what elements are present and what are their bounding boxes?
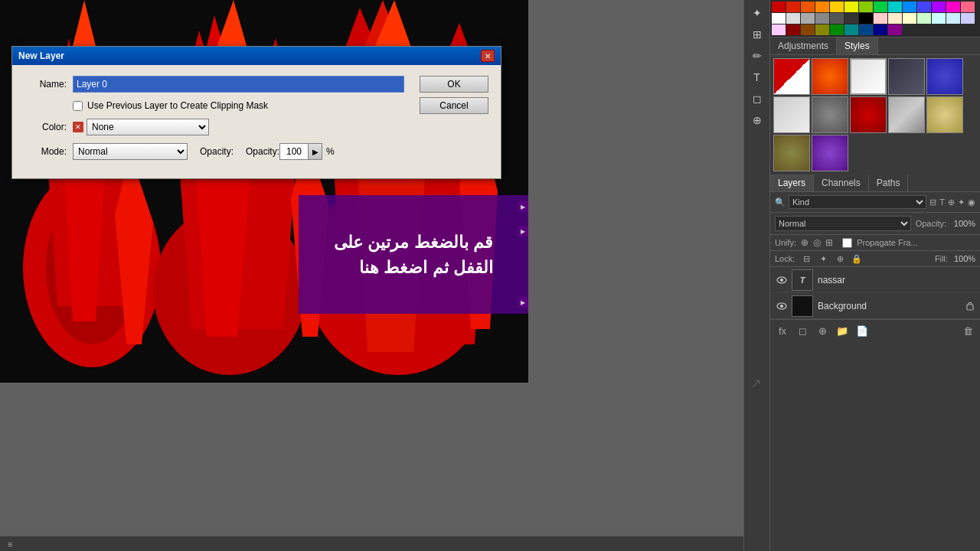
layer-adjustment-icon[interactable]: ⊕ [815, 323, 830, 338]
layer-style-icon[interactable]: fx [775, 323, 790, 338]
layer-mask-icon[interactable]: ◻ [795, 323, 810, 338]
tab-styles[interactable]: Styles [837, 37, 878, 54]
unify-icon3[interactable]: ⊞ [825, 237, 833, 248]
layer-filter-icon2[interactable]: T [939, 197, 945, 207]
swatch-item[interactable] [932, 13, 946, 24]
layer-filter-icon4[interactable]: ✦ [958, 197, 965, 207]
swatch-item[interactable] [917, 2, 931, 12]
swatch-item[interactable] [786, 24, 800, 35]
opacity-arrow-button[interactable]: ▶ [309, 143, 322, 160]
tab-adjustments[interactable]: Adjustments [770, 37, 837, 54]
tab-layers[interactable]: Layers [770, 174, 814, 191]
unify-icon2[interactable]: ◎ [813, 237, 821, 248]
swatch-item[interactable] [844, 2, 858, 12]
style-thumb-gold[interactable] [926, 96, 963, 133]
layer-filter-icon5[interactable]: ◉ [968, 197, 975, 207]
style-thumb-purple[interactable] [812, 135, 848, 171]
layer-filter-icon3[interactable]: ⊕ [948, 197, 955, 207]
swatch-item[interactable] [961, 2, 975, 12]
arabic-instruction-text: قم بالضغط مرتين على القفل ثم اضغط هنا [334, 230, 492, 280]
layer-delete-icon[interactable]: 🗑 [960, 323, 975, 338]
style-thumb-lightgray[interactable] [773, 96, 810, 133]
layer-mode-select[interactable]: Normal Dissolve Multiply Screen [775, 216, 911, 231]
layer-row-nassar[interactable]: T nassar [770, 267, 980, 293]
tab-paths[interactable]: Paths [869, 174, 909, 191]
swatch-item[interactable] [772, 13, 786, 24]
layer-visibility-nassar[interactable] [775, 273, 789, 287]
swatch-item[interactable] [815, 24, 829, 35]
swatch-item[interactable] [903, 2, 916, 12]
opacity-input[interactable] [279, 143, 309, 160]
swatch-item[interactable] [917, 13, 931, 24]
swatch-item[interactable] [801, 13, 815, 24]
color-select[interactable]: None Red Orange Yellow Green Blue Violet… [87, 119, 209, 135]
lock-pixels-icon[interactable]: ⊟ [801, 253, 812, 264]
swatch-item[interactable] [844, 13, 858, 24]
layer-row-background[interactable]: Background [770, 293, 980, 319]
swatch-item[interactable] [830, 24, 844, 35]
lock-all-icon[interactable]: 🔒 [851, 253, 862, 264]
swatch-item[interactable] [772, 2, 786, 12]
swatch-item[interactable] [801, 2, 815, 12]
layer-filter-icon1[interactable]: ⊟ [929, 197, 936, 207]
swatch-item[interactable] [946, 13, 960, 24]
swatch-item[interactable] [830, 13, 844, 24]
style-thumb-diag[interactable] [773, 58, 810, 95]
swatch-item[interactable] [888, 13, 902, 24]
tool-text[interactable]: T [747, 67, 767, 87]
dialog-close-button[interactable]: ✕ [481, 50, 495, 62]
unify-label: Unify: [775, 238, 796, 247]
style-thumb-olive[interactable] [773, 135, 810, 171]
swatch-item[interactable] [815, 13, 829, 24]
style-thumb-white[interactable] [850, 58, 887, 95]
layer-kind-select[interactable]: Kind Name Effect [789, 195, 926, 209]
style-thumb-gray[interactable] [812, 96, 848, 133]
style-thumb-metallic[interactable] [888, 96, 925, 133]
layer-name-input[interactable] [73, 76, 404, 93]
swatch-item[interactable] [830, 2, 844, 12]
lock-move-icon[interactable]: ⊕ [835, 253, 845, 264]
swatch-item[interactable] [874, 24, 887, 35]
tool-shape[interactable]: ◻ [747, 89, 767, 109]
swatch-item[interactable] [786, 2, 800, 12]
tool-brush[interactable]: ✏ [747, 46, 767, 66]
swatch-item[interactable] [888, 24, 902, 35]
swatch-item[interactable] [946, 2, 960, 12]
swatch-item[interactable] [772, 24, 786, 35]
swatch-item[interactable] [801, 24, 815, 35]
dialog-titlebar: New Layer ✕ [12, 47, 501, 65]
swatch-item[interactable] [859, 2, 873, 12]
tool-move[interactable]: ✦ [747, 3, 767, 23]
ok-button[interactable]: OK [420, 76, 488, 93]
opacity-label-text: Opacity: [246, 146, 279, 157]
layer-new-icon[interactable]: 📄 [854, 323, 870, 338]
style-thumb-blue[interactable] [926, 58, 963, 95]
mode-select[interactable]: Normal Dissolve Multiply Screen Overlay [73, 143, 188, 160]
tool-zoom[interactable]: ⊕ [747, 110, 767, 130]
style-thumb-orange[interactable] [812, 58, 848, 95]
clipping-mask-checkbox[interactable] [73, 101, 83, 111]
swatch-item[interactable] [961, 13, 975, 24]
swatch-item[interactable] [874, 2, 887, 12]
style-thumb-dark[interactable] [888, 58, 925, 95]
swatch-item[interactable] [888, 2, 902, 12]
cancel-button[interactable]: Cancel [420, 97, 488, 114]
swatch-item[interactable] [932, 2, 946, 12]
swatch-item[interactable] [844, 24, 858, 35]
layer-visibility-background[interactable] [775, 299, 789, 313]
swatch-item[interactable] [859, 24, 873, 35]
lock-position-icon[interactable]: ✦ [818, 253, 828, 264]
tab-channels[interactable]: Channels [814, 174, 869, 191]
unify-icon1[interactable]: ⊕ [801, 237, 808, 248]
unify-row: Unify: ⊕ ◎ ⊞ Propagate Fra... [770, 235, 980, 251]
tool-crop[interactable]: ⊞ [747, 24, 767, 44]
swatch-item[interactable] [859, 13, 873, 24]
swatch-item[interactable] [903, 13, 916, 24]
style-thumb-red[interactable] [850, 96, 887, 133]
swatch-item[interactable] [786, 13, 800, 24]
propagate-checkbox[interactable] [842, 238, 852, 248]
swatch-item[interactable] [815, 2, 829, 12]
layer-mode-opacity-row: Normal Dissolve Multiply Screen Opacity:… [770, 213, 980, 235]
swatch-item[interactable] [874, 13, 887, 24]
layer-group-icon[interactable]: 📁 [835, 323, 850, 338]
